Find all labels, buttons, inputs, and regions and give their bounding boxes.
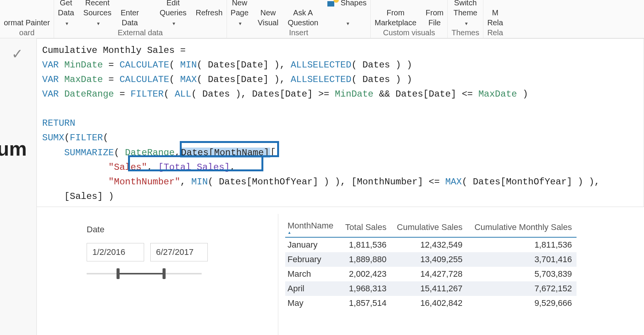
marketplace-label1: From [386, 8, 404, 17]
f-rp2c: ) [401, 74, 412, 85]
cell-cum: 14,427,728 [391, 267, 467, 281]
recent-label1: Recent [85, 0, 109, 7]
ribbon-group-custom-visuals: From Marketplace From File Custom visual… [371, 0, 448, 38]
text-cursor: [ [270, 147, 276, 158]
switch-label1: Switch [454, 0, 477, 7]
f-rp6: ) [572, 177, 583, 187]
ribbon-group-clipboard: ormat Painter oard [0, 0, 54, 38]
ribbon: ormat Painter oard Get Data Recent Sourc… [0, 0, 644, 38]
f-mindate-ref: MinDate [335, 89, 373, 99]
slicer-slider[interactable] [87, 269, 202, 278]
date-slicer[interactable]: Date 1/2/2016 6/27/2017 [37, 214, 278, 335]
f-monthname-selected: Dates[MonthName] [180, 148, 270, 158]
refresh-label: Refresh [196, 8, 223, 17]
f-lp2c: ( [352, 74, 363, 85]
cell-total: 1,968,313 [340, 281, 391, 296]
formula-editor[interactable]: Cumulative Monthly Sales = VAR MinDate =… [37, 38, 644, 207]
ribbon-group-label-rel: Rela [487, 28, 503, 37]
table-row[interactable]: February 1,889,880 13,409,255 3,701,416 [285, 252, 577, 267]
shapes-button[interactable]: Shapes [327, 0, 366, 28]
col-header-total[interactable]: Total Sales [340, 218, 391, 237]
switch-theme-button[interactable]: Switch Theme [453, 0, 477, 28]
new-visual-label2: Visual [258, 18, 278, 28]
data-table: MonthName Total Sales Cumulative Sales C… [285, 218, 577, 310]
cell-cum: 15,411,267 [391, 281, 467, 296]
f-lp4: ( [114, 148, 125, 158]
ribbon-group-themes: Switch Theme Themes [448, 0, 483, 38]
ribbon-group-label-external: External data [118, 28, 163, 37]
new-page-button[interactable]: New Page [231, 0, 249, 28]
edit-queries-button[interactable]: Edit Queries [160, 0, 187, 28]
edit-label2: Queries [160, 8, 187, 18]
format-painter-button[interactable]: ormat Painter [4, 18, 50, 28]
f-calc1: CALCULATE [120, 60, 169, 70]
col-header-cumulative-monthly[interactable]: Cumulative Monthly Sales [467, 218, 577, 237]
ribbon-group-insert: New Page New Visual Ask A Question Shape… [227, 0, 371, 38]
f-rp3b: ) [517, 89, 528, 99]
refresh-button[interactable]: Refresh [196, 8, 223, 28]
file-label2: File [426, 18, 444, 28]
cell-month: March [285, 267, 340, 281]
f-lp1: ( [169, 60, 180, 70]
ribbon-group-relationships: M Rela Rela [483, 0, 507, 38]
marketplace-label2: Marketplace [375, 18, 416, 28]
table-row[interactable]: May 1,857,514 16,402,842 9,529,666 [285, 296, 577, 310]
slider-thumb-end[interactable] [163, 268, 166, 279]
data-table-body: January 1,811,536 12,432,549 1,811,536 F… [285, 237, 577, 310]
new-visual-button[interactable]: New Visual [258, 8, 278, 28]
get-data-label1: Get [60, 0, 72, 7]
f-dates2: Dates [362, 74, 390, 85]
f-var2: VAR [42, 74, 59, 85]
report-canvas: Date 1/2/2016 6/27/2017 MonthName [37, 214, 644, 335]
table-row[interactable]: March 2,002,423 14,427,728 5,703,839 [285, 267, 577, 281]
slicer-end-input[interactable]: 6/27/2017 [150, 243, 208, 261]
f-daterange: DateRange [64, 89, 114, 99]
partial-title-text: um [0, 137, 27, 160]
f-rp1b: ) [390, 60, 401, 70]
from-marketplace-button[interactable]: From Marketplace [375, 8, 416, 28]
formula-gutter: ✓ um [0, 38, 37, 335]
col-header-cumulative[interactable]: Cumulative Sales [391, 218, 467, 237]
slider-thumb-start[interactable] [117, 268, 120, 279]
f-rp6b: ) [583, 177, 595, 187]
table-row[interactable]: April 1,968,313 15,411,267 7,672,152 [285, 281, 577, 296]
cell-month: April [285, 281, 340, 296]
slicer-start-input[interactable]: 1/2/2016 [87, 243, 144, 261]
ribbon-group-label-themes: Themes [452, 28, 479, 37]
f-min2: MIN [191, 177, 208, 187]
f-eq1: = [103, 60, 119, 70]
f-lp3: ( [164, 89, 175, 99]
col-header-monthname[interactable]: MonthName [285, 218, 340, 237]
f-calc2: CALCULATE [120, 74, 169, 85]
cell-cum: 16,402,842 [391, 296, 467, 310]
shapes-label: Shapes [340, 0, 366, 7]
get-data-label2: Data [58, 8, 74, 18]
f-lp2: ( [169, 74, 180, 85]
recent-label2: Sources [83, 8, 111, 18]
f-summarize: SUMMARIZE [64, 148, 114, 158]
f-ge: >= [313, 89, 335, 99]
new-page-label1: New [232, 0, 247, 7]
f-var3: VAR [42, 89, 59, 99]
table-row[interactable]: January 1,811,536 12,432,549 1,811,536 [285, 237, 577, 252]
f-lp1b: ( [197, 60, 208, 70]
ribbon-group-label-custom: Custom visuals [383, 28, 435, 37]
recent-sources-button[interactable]: Recent Sources [83, 0, 111, 28]
manage-relationships-button[interactable]: M Rela [487, 8, 503, 28]
shapes-icon [327, 0, 338, 7]
f-rp3: ) [230, 89, 241, 99]
commit-formula-button[interactable]: ✓ [12, 46, 23, 62]
from-file-button[interactable]: From File [426, 8, 444, 28]
cell-month: January [285, 237, 340, 252]
data-table-visual[interactable]: MonthName Total Sales Cumulative Sales C… [278, 214, 644, 335]
f-lp3b: ( [191, 89, 202, 99]
f-monthnum-str: "MonthNumber" [108, 177, 180, 187]
enter-data-button[interactable]: Enter Data [121, 8, 139, 28]
ask-question-button[interactable]: Ask A Question [288, 8, 318, 28]
f-c2: , [279, 74, 291, 85]
get-data-button[interactable]: Get Data [58, 0, 74, 28]
cell-total: 1,857,514 [340, 296, 391, 310]
f-var1: VAR [42, 60, 59, 70]
f-monthofyear2: Dates[MonthOfYear] [473, 177, 572, 187]
f-le: <= [456, 89, 478, 99]
